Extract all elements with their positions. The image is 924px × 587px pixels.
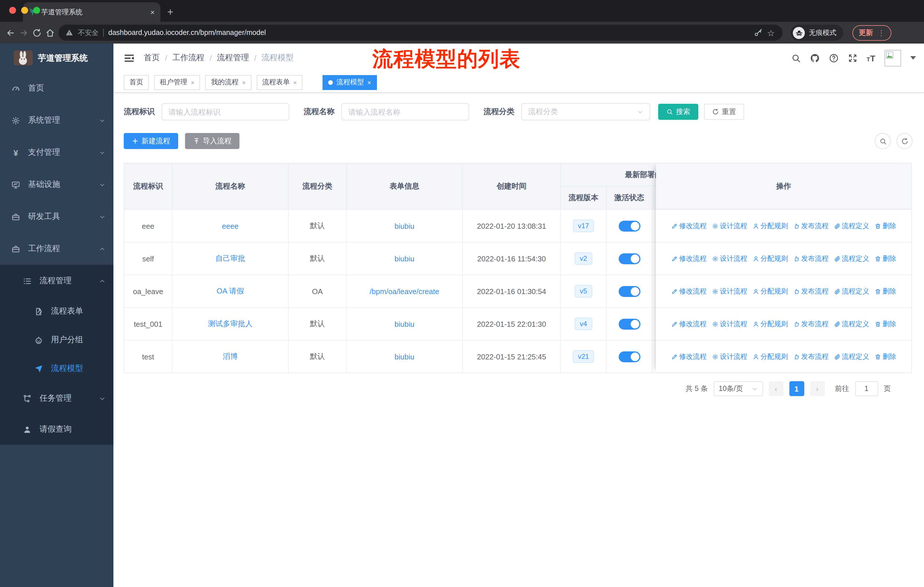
assign-rule-link[interactable]: 分配规则 (752, 286, 788, 296)
publish-process-link[interactable]: 发布流程 (793, 286, 828, 296)
edit-process-link[interactable]: 修改流程 (671, 286, 706, 296)
assign-rule-link[interactable]: 分配规则 (752, 221, 788, 231)
form-info-link[interactable]: biubiu (394, 352, 414, 361)
page-1-button[interactable]: 1 (789, 381, 804, 396)
form-info-link[interactable]: biubiu (394, 222, 414, 230)
form-info-link[interactable]: biubiu (394, 254, 414, 263)
publish-process-link[interactable]: 发布流程 (793, 221, 828, 231)
delete-link[interactable]: 删除 (874, 286, 896, 296)
search-button[interactable]: 搜索 (658, 104, 698, 120)
sidebar-item-workflow[interactable]: 工作流程 (0, 233, 114, 265)
refresh-table-button[interactable] (896, 133, 912, 149)
process-definition-link[interactable]: 流程定义 (834, 286, 869, 296)
delete-link[interactable]: 删除 (874, 319, 896, 329)
reload-icon[interactable] (32, 28, 42, 38)
browser-menu-icon[interactable]: ⋮ (878, 28, 885, 37)
goto-page-input[interactable] (855, 381, 878, 396)
tag-tenant[interactable]: 租户管理 × (154, 75, 200, 90)
process-name-link[interactable]: 测试多审批人 (208, 319, 252, 329)
new-tab-button[interactable]: + (167, 6, 173, 18)
process-category-select[interactable]: 流程分类 (521, 103, 650, 121)
assign-rule-link[interactable]: 分配规则 (752, 352, 788, 361)
edit-process-link[interactable]: 修改流程 (671, 221, 706, 231)
toggle-search-button[interactable] (875, 133, 891, 149)
sidebar-item-devtools[interactable]: 研发工具 (0, 201, 114, 233)
publish-process-link[interactable]: 发布流程 (793, 319, 828, 329)
font-size-icon[interactable]: TT (866, 54, 875, 62)
sidebar-item-infra[interactable]: 基础设施 (0, 169, 114, 201)
process-name-input[interactable] (342, 103, 469, 121)
form-info-link[interactable]: biubiu (394, 319, 414, 328)
sidebar-collapse-icon[interactable] (124, 53, 135, 63)
browser-tab[interactable]: 芋道管理系统 × (23, 2, 160, 22)
browser-update-menu[interactable]: 更新 ⋮ (852, 25, 891, 40)
design-process-link[interactable]: 设计流程 (712, 352, 747, 361)
sidebar-item-payment[interactable]: ¥ 支付管理 (0, 136, 114, 169)
assign-rule-link[interactable]: 分配规则 (752, 319, 788, 329)
edit-process-link[interactable]: 修改流程 (671, 319, 706, 329)
next-page-button[interactable]: › (810, 381, 825, 396)
create-process-button[interactable]: 新建流程 (124, 133, 178, 149)
design-process-link[interactable]: 设计流程 (712, 319, 747, 329)
bookmark-star-icon[interactable]: ☆ (767, 28, 776, 37)
tag-process-form[interactable]: 流程表单 × (257, 75, 303, 90)
sidebar-item-home[interactable]: 首页 (0, 72, 114, 104)
edit-process-link[interactable]: 修改流程 (671, 352, 706, 361)
delete-link[interactable]: 删除 (874, 254, 896, 263)
minimize-window-button[interactable] (21, 7, 28, 14)
avatar[interactable] (884, 50, 901, 66)
github-icon[interactable] (810, 53, 820, 63)
active-toggle[interactable] (619, 253, 640, 264)
delete-link[interactable]: 删除 (874, 221, 896, 231)
tag-close-icon[interactable]: × (242, 79, 246, 86)
back-icon[interactable] (6, 28, 15, 38)
address-bar[interactable]: 不安全 dashboard.yudao.iocoder.cn/bpm/manag… (58, 25, 782, 41)
active-toggle[interactable] (619, 351, 640, 362)
active-toggle[interactable] (619, 220, 640, 231)
edit-process-link[interactable]: 修改流程 (671, 254, 706, 263)
active-toggle[interactable] (619, 318, 640, 329)
sidebar-item-process-form[interactable]: 流程表单 (0, 297, 114, 326)
process-name-link[interactable]: OA 请假 (216, 286, 244, 296)
delete-link[interactable]: 删除 (874, 352, 896, 361)
design-process-link[interactable]: 设计流程 (712, 286, 747, 296)
breadcrumb-home[interactable]: 首页 (144, 53, 160, 63)
zoom-window-button[interactable] (33, 7, 40, 14)
process-definition-link[interactable]: 流程定义 (834, 221, 869, 231)
password-key-icon[interactable] (754, 28, 762, 37)
import-process-button[interactable]: 导入流程 (185, 133, 239, 149)
tag-close-icon[interactable]: × (293, 79, 297, 86)
process-definition-link[interactable]: 流程定义 (834, 254, 869, 263)
sidebar-item-system[interactable]: 系统管理 (0, 104, 114, 136)
sidebar-item-leave-query[interactable]: 请假查询 (0, 414, 114, 445)
tab-close-icon[interactable]: × (150, 8, 155, 17)
help-icon[interactable] (828, 53, 838, 63)
tag-home[interactable]: 首页 (124, 75, 149, 90)
breadcrumb-workflow[interactable]: 工作流程 (172, 53, 205, 63)
process-name-link[interactable]: 滔博 (223, 351, 238, 362)
sidebar-item-task-mgmt[interactable]: 任务管理 (0, 383, 114, 414)
reset-button[interactable]: 重置 (704, 104, 744, 120)
tag-process-model[interactable]: 流程模型 × (323, 75, 377, 90)
page-size-select[interactable]: 10条/页 (713, 381, 763, 396)
update-label[interactable]: 更新 (859, 28, 873, 38)
process-id-input[interactable] (162, 103, 289, 121)
assign-rule-link[interactable]: 分配规则 (752, 254, 788, 263)
process-definition-link[interactable]: 流程定义 (834, 319, 869, 329)
process-definition-link[interactable]: 流程定义 (834, 352, 869, 361)
sidebar-item-user-group[interactable]: 用户分组 (0, 326, 114, 354)
prev-page-button[interactable]: ‹ (769, 381, 784, 396)
search-icon[interactable] (791, 53, 800, 63)
close-window-button[interactable] (9, 7, 16, 14)
process-name-link[interactable]: 自己审批 (215, 253, 245, 264)
tag-close-icon[interactable]: × (191, 79, 195, 86)
active-toggle[interactable] (619, 286, 640, 297)
design-process-link[interactable]: 设计流程 (712, 254, 747, 263)
avatar-caret-icon[interactable] (910, 56, 916, 60)
sidebar-item-process-model[interactable]: 流程模型 (0, 354, 114, 383)
design-process-link[interactable]: 设计流程 (712, 221, 747, 231)
tag-my-process[interactable]: 我的流程 × (205, 75, 251, 90)
process-name-link[interactable]: eeee (222, 222, 239, 230)
publish-process-link[interactable]: 发布流程 (793, 254, 828, 263)
fullscreen-icon[interactable] (848, 53, 857, 63)
